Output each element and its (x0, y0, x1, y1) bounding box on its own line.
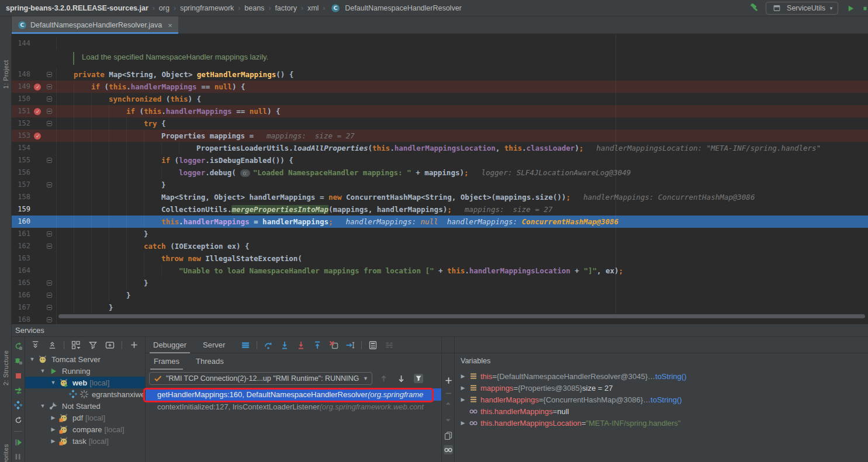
code-line-144[interactable]: 144 (12, 37, 868, 50)
breakpoint-icon[interactable]: ✓ (34, 84, 41, 91)
resume-icon[interactable] (12, 437, 25, 447)
code-line-152[interactable]: 152try { (12, 117, 868, 130)
breakpoint-icon[interactable]: ✓ (34, 108, 41, 115)
deploy-icon[interactable] (12, 400, 25, 410)
code-line-162[interactable]: 162catch (IOException ex) { (12, 240, 868, 252)
horizontal-scrollbar[interactable] (58, 314, 865, 318)
tree-item-compare[interactable]: ▶compare[local] (25, 423, 145, 435)
code-line-160[interactable]: 160this.handlerMappings = handlerMapping… (12, 216, 868, 228)
breakpoint-icon[interactable]: ✓ (34, 133, 41, 140)
breadcrumb-item-xml[interactable]: xml (307, 4, 319, 12)
restart-server-icon[interactable] (12, 385, 25, 395)
run-icon[interactable] (844, 2, 857, 15)
tree-item-web[interactable]: ▼web[local] (25, 377, 145, 388)
new-frame-icon[interactable] (103, 339, 116, 352)
code-line-165[interactable]: 165} (12, 277, 868, 289)
tree-item-running[interactable]: ▼Running (25, 365, 145, 377)
rerun-icon[interactable] (12, 341, 25, 351)
expand-all-icon[interactable] (29, 339, 42, 352)
fold-marker[interactable] (47, 121, 52, 126)
tab-threads[interactable]: Threads (188, 353, 232, 370)
tree-expand-icon[interactable]: ▼ (49, 380, 57, 385)
breadcrumb-item-factory[interactable]: factory (275, 4, 297, 12)
code-line-154[interactable]: 154PropertiesLoaderUtils.loadAllProperti… (12, 142, 868, 154)
code-line-150[interactable]: 150synchronized (this) { (12, 93, 868, 105)
sidebar-item-project[interactable]: 1: Project (0, 36, 12, 89)
variable-row-0[interactable]: ▶this = {DefaultNamespaceHandlerResolver… (455, 370, 868, 382)
rerun-debug-icon[interactable] (12, 356, 25, 366)
tree-expand-icon[interactable]: ▼ (28, 356, 36, 362)
tree-expand-icon[interactable]: ▼ (39, 403, 47, 409)
code-line-167[interactable]: 167} (12, 301, 868, 314)
fold-marker[interactable] (47, 293, 52, 298)
breadcrumb-root[interactable]: spring-beans-3.2.0.RELEASE-sources.jar (6, 4, 148, 12)
fold-marker[interactable] (47, 317, 52, 322)
tab-defaultnamespacehandlerresolver[interactable]: C DefaultNamespaceHandlerResolver.java × (12, 16, 178, 34)
fold-marker[interactable] (47, 231, 52, 237)
fold-marker[interactable] (47, 182, 52, 187)
tab-frames[interactable]: Frames (146, 353, 188, 370)
tree-item-pdf[interactable]: ▶pdf[local] (25, 412, 145, 423)
refresh-icon[interactable] (12, 415, 25, 425)
scroll-up-icon[interactable] (444, 399, 453, 408)
frame-row-1[interactable]: contextInitialized:127, IrisContextLoade… (146, 401, 442, 413)
fold-marker[interactable] (47, 305, 52, 310)
code-line-156[interactable]: 156logger.debug( o:"Loaded NamespaceHand… (12, 166, 868, 179)
tree-item-not-started[interactable]: ▼Not Started (25, 400, 145, 412)
sidebar-item-structure[interactable]: 2: Structure (0, 327, 12, 385)
fold-marker[interactable] (47, 244, 52, 249)
variable-row-4[interactable]: ▶this.handlerMappingsLocation = "META-IN… (455, 417, 868, 429)
filter-icon[interactable] (87, 339, 99, 352)
variable-row-2[interactable]: ▶handlerMappings = {ConcurrentHashMap@30… (455, 394, 868, 405)
breadcrumb-item-springframework[interactable]: springframework (180, 4, 234, 12)
code-editor[interactable]: 144Load the specified NamespaceHandler m… (12, 34, 868, 324)
tree-expand-icon[interactable]: ▶ (49, 426, 57, 432)
collapse-all-icon[interactable] (46, 339, 58, 352)
pause-icon[interactable] (12, 452, 25, 462)
variable-row-3[interactable]: this.handlerMappings = null (455, 405, 868, 417)
code-line-155[interactable]: 155if (logger.isDebugEnabled()) { (12, 154, 868, 166)
code-line-163[interactable]: 163throw new IllegalStateException( (12, 252, 868, 265)
build-hammer-icon[interactable] (747, 2, 760, 15)
breadcrumb-item-org[interactable]: org (159, 4, 170, 12)
code-line-159[interactable]: 159CollectionUtils.mergePropertiesIntoMa… (12, 203, 868, 216)
expand-icon[interactable]: ▶ (459, 397, 466, 402)
show-watches-icon[interactable] (444, 445, 453, 454)
expand-icon[interactable]: ▶ (459, 420, 466, 426)
frame-up-icon[interactable] (377, 372, 390, 385)
add-watch-icon[interactable] (444, 376, 453, 385)
close-icon[interactable]: × (168, 21, 172, 30)
tostring-link[interactable]: toString() (651, 395, 682, 404)
code-line-153[interactable]: 153✓Properties mappings =mappings: size … (12, 130, 868, 142)
tree-expand-icon[interactable]: ▶ (49, 438, 57, 444)
fold-marker[interactable] (47, 96, 52, 102)
code-line-158[interactable]: 158Map<String, Object> handlerMappings =… (12, 191, 868, 203)
code-line-151[interactable]: 151✓if (this.handlerMappings == null) { (12, 105, 868, 117)
fold-marker[interactable] (47, 84, 52, 89)
scroll-down-icon[interactable] (444, 416, 453, 425)
expand-icon[interactable]: ▶ (459, 373, 466, 379)
fold-marker[interactable] (47, 280, 52, 286)
tree-item-egrantshanxiwe[interactable]: egrantshanxiwe (25, 388, 145, 400)
copy-value-icon[interactable] (444, 431, 453, 440)
group-by-icon[interactable] (70, 339, 82, 352)
stop-icon[interactable] (12, 371, 25, 381)
code-line-166[interactable]: 166} (12, 289, 868, 301)
frames-filter-icon[interactable] (412, 372, 425, 385)
variable-row-1[interactable]: ▶mappings = {Properties@3085} size = 27 (455, 382, 868, 394)
debug-edge-icon[interactable] (863, 2, 868, 15)
thread-selector[interactable]: "RMI TCP Connection(2)-12...up "RMI Runt… (149, 372, 372, 385)
breadcrumb-class[interactable]: CDefaultNamespaceHandlerResolver (329, 2, 461, 15)
fold-marker[interactable] (47, 72, 52, 77)
run-configuration-selector[interactable]: ServiceUtils▼ (766, 2, 838, 15)
tree-item-task[interactable]: ▶task[local] (25, 435, 145, 447)
fold-marker[interactable] (47, 158, 52, 163)
fold-marker[interactable] (47, 109, 52, 114)
tree-expand-icon[interactable]: ▶ (49, 415, 57, 421)
expand-icon[interactable]: ▶ (459, 385, 466, 391)
code-line-164[interactable]: 164"Unable to load NamespaceHandler mapp… (12, 265, 868, 277)
add-icon[interactable] (127, 339, 140, 352)
code-line-148[interactable]: 148private Map<String, Object> getHandle… (12, 68, 868, 81)
breadcrumb-item-beans[interactable]: beans (244, 4, 264, 12)
code-line-149[interactable]: 149✓if (this.handlerMappings == null) { (12, 81, 868, 93)
